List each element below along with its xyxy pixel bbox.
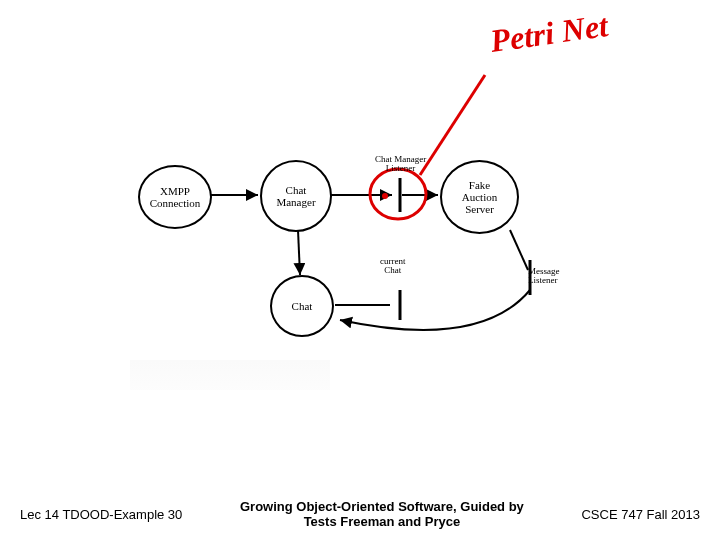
node-chat-manager: ChatManager — [260, 160, 332, 232]
diagram-area: XMPPConnection ChatManager FakeAuctionSe… — [130, 130, 610, 380]
svg-line-9 — [510, 230, 528, 270]
footer-left: Lec 14 TDOOD-Example 30 — [20, 507, 182, 522]
label-chat-manager-listener: Chat ManagerListener — [375, 155, 426, 173]
node-chat: Chat — [270, 275, 334, 337]
svg-line-4 — [298, 230, 300, 275]
petri-net-annotation: Petri Net — [488, 7, 610, 60]
diagram-arrows — [130, 130, 610, 380]
label-message-listener: MessageListener — [528, 267, 560, 285]
label-current-chat: currentChat — [380, 257, 405, 275]
footer-right: CSCE 747 Fall 2013 — [581, 507, 700, 522]
red-dot — [382, 193, 388, 199]
node-xmpp-connection: XMPPConnection — [138, 165, 212, 229]
screenshot-artifact — [130, 360, 330, 390]
slide-footer: Lec 14 TDOOD-Example 30 Growing Object-O… — [0, 499, 720, 530]
footer-center-line2: Tests Freeman and Pryce — [182, 514, 581, 530]
footer-center-line1: Growing Object-Oriented Software, Guided… — [182, 499, 581, 515]
node-fake-auction-server: FakeAuctionServer — [440, 160, 519, 234]
footer-center: Growing Object-Oriented Software, Guided… — [182, 499, 581, 530]
slide: Petri Net — [0, 0, 720, 540]
